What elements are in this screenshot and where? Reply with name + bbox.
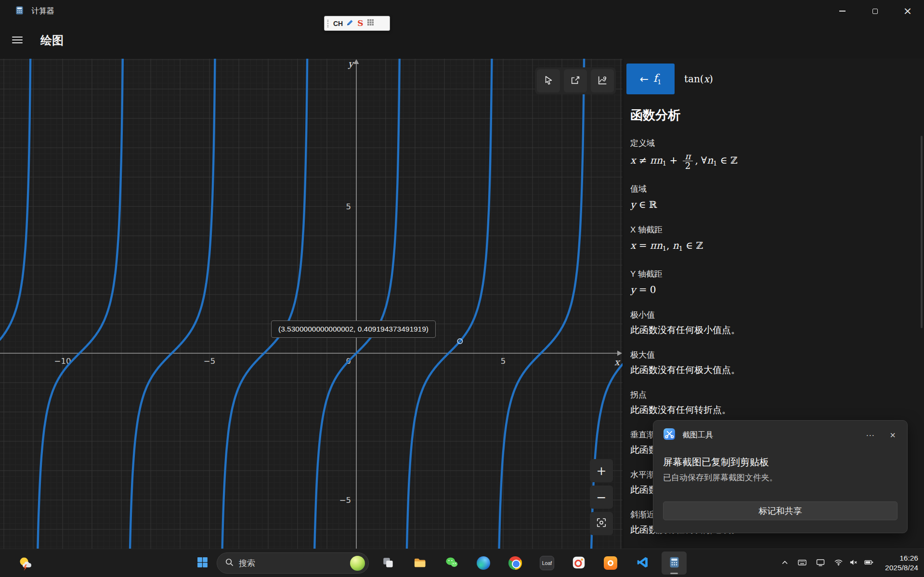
analysis-section-label: 值域 — [630, 184, 916, 194]
weibo-app-button[interactable] — [566, 551, 591, 575]
graph-options-button[interactable] — [591, 69, 614, 92]
analysis-section: 极小值此函数没有任何极小值点。 — [630, 310, 916, 337]
file-explorer-button[interactable] — [407, 551, 432, 575]
taskbar-search[interactable]: 搜索 — [217, 552, 369, 574]
start-button[interactable] — [191, 551, 214, 575]
analysis-section: 值域y ∈ ℝ — [630, 184, 916, 212]
weather-icon — [17, 565, 34, 573]
analysis-section: 定义域x ≠ πn1 + π2, ∀n1 ∈ ℤ — [630, 138, 916, 171]
ime-toolbar: CH S — [324, 16, 390, 31]
analysis-section-label: 定义域 — [630, 138, 916, 149]
analysis-section-math: y ∈ ℝ — [630, 197, 916, 212]
back-arrow-icon: ← — [640, 73, 649, 85]
back-button[interactable]: ← f1 — [626, 64, 675, 94]
orange-app-button[interactable] — [598, 551, 623, 575]
zoom-out-button[interactable]: − — [590, 486, 613, 509]
analysis-section-text: 此函数没有任何极大值点。 — [630, 363, 916, 377]
touch-keyboard-button[interactable] — [793, 552, 811, 574]
mark-and-share-button[interactable]: 标记和共享 — [663, 501, 898, 520]
quick-settings-button[interactable] — [830, 552, 878, 574]
panel-title: 函数分析 — [630, 107, 916, 124]
chrome-icon — [508, 556, 522, 570]
ime-drag-handle[interactable] — [327, 20, 330, 27]
graph-area: yx−10−555−50 + − — [0, 59, 623, 549]
minimize-button[interactable] — [826, 0, 859, 22]
analysis-section: 拐点此函数没有任何转折点。 — [630, 390, 916, 417]
taskbar-center: 搜索 — [191, 549, 687, 577]
menu-row: 绘图 — [0, 22, 924, 59]
task-view-icon — [382, 556, 394, 570]
toast-close-button[interactable]: × — [887, 429, 898, 442]
search-icon — [225, 558, 234, 568]
analysis-section-text: 此函数没有任何极小值点。 — [630, 323, 916, 337]
vscode-button[interactable] — [630, 551, 655, 575]
snipping-tool-icon — [663, 428, 676, 442]
tray-overflow-button[interactable] — [777, 552, 793, 574]
zoom-controls: + − — [590, 459, 613, 535]
trace-button[interactable] — [537, 69, 560, 92]
fit-view-icon — [596, 517, 607, 531]
widgets-weather-button[interactable] — [16, 554, 35, 573]
cast-display-button[interactable] — [811, 552, 830, 574]
analysis-section-label: 极小值 — [630, 310, 916, 321]
page-title: 绘图 — [40, 33, 64, 48]
search-highlight-icon — [350, 556, 365, 571]
ime-toolbox-icon[interactable] — [367, 19, 374, 28]
svg-text:5: 5 — [501, 357, 506, 366]
wechat-button[interactable] — [439, 551, 464, 575]
svg-text:x: x — [614, 357, 621, 367]
taskbar: 搜索 — [0, 549, 924, 577]
task-view-button[interactable] — [376, 551, 401, 575]
panel-scrollbar[interactable] — [921, 136, 923, 328]
panel-header: ← f1 tan(x) — [626, 64, 713, 94]
maximize-icon — [872, 9, 878, 14]
edge-icon — [477, 556, 490, 570]
hamburger-menu-button[interactable] — [7, 31, 28, 50]
maximize-button[interactable] — [859, 0, 891, 22]
chrome-button[interactable] — [503, 551, 528, 575]
fit-view-button[interactable] — [590, 512, 613, 535]
function-expression: tan(x) — [684, 73, 713, 85]
ime-pen-icon[interactable] — [346, 19, 354, 28]
analysis-section: 极大值此函数没有任何极大值点。 — [630, 350, 916, 377]
share-button[interactable] — [564, 69, 587, 92]
trace-pointer-icon — [543, 75, 554, 87]
taskbar-clock[interactable]: 16:26 2025/8/24 — [885, 553, 918, 573]
folder-icon — [413, 556, 427, 571]
titlebar: 计算器 × — [0, 0, 924, 22]
function-badge: f1 — [653, 72, 661, 86]
trace-tooltip: (3.5300000000000002, 0.409194373491919) — [271, 321, 436, 338]
edge-button[interactable] — [471, 551, 496, 575]
close-icon: × — [903, 6, 912, 16]
calculator-taskbar-button[interactable] — [662, 551, 687, 575]
keyboard-icon — [797, 558, 807, 569]
windows-start-icon — [196, 556, 208, 570]
analysis-section: X 轴截距x = πn1, n1 ∈ ℤ — [630, 225, 916, 256]
toast-more-button[interactable]: ··· — [863, 429, 877, 441]
ime-sogou-button[interactable]: S — [357, 18, 363, 28]
calculator-window: 计算器 × CH S 绘图 yx−10−555−50 — [0, 0, 924, 577]
vscode-icon — [636, 556, 649, 570]
orange-app-icon — [604, 556, 617, 570]
volume-muted-icon — [849, 558, 858, 568]
snip-toast: 截图工具 ··· × 屏幕截图已复制到剪贴板 已自动保存到屏幕截图文件夹。 标记… — [653, 420, 908, 533]
loaf-app-button[interactable]: Loaf — [534, 551, 560, 575]
analysis-section-text: 此函数没有任何转折点。 — [630, 403, 916, 417]
ime-language-button[interactable]: CH — [333, 18, 343, 28]
taskbar-tray: 16:26 2025/8/24 — [777, 549, 924, 577]
analysis-section-label: 极大值 — [630, 350, 916, 360]
close-button[interactable]: × — [891, 0, 924, 22]
svg-text:−5: −5 — [339, 496, 351, 505]
zoom-in-button[interactable]: + — [590, 459, 613, 482]
analysis-section: Y 轴截距y = 0 — [630, 269, 916, 297]
battery-icon — [864, 558, 874, 568]
toast-header: 截图工具 ··· × — [653, 421, 907, 442]
calculator-app-icon — [14, 5, 25, 17]
graph-canvas[interactable]: yx−10−555−50 — [0, 59, 623, 549]
svg-text:−5: −5 — [204, 357, 215, 366]
loaf-app-icon: Loaf — [540, 556, 554, 570]
calculator-icon — [668, 556, 681, 570]
date-text: 2025/8/24 — [885, 563, 918, 573]
analysis-section-math: y = 0 — [630, 282, 916, 297]
svg-text:5: 5 — [346, 202, 351, 211]
